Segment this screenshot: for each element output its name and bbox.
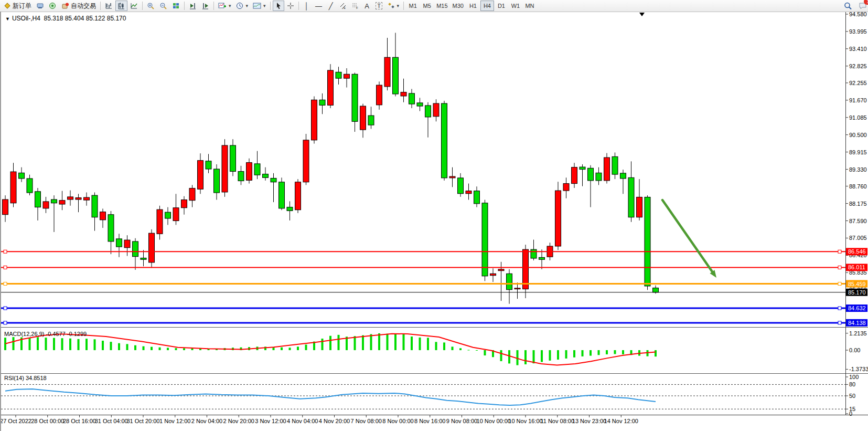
zoom-in-icon — [147, 2, 155, 9]
templates-button[interactable]: ▾ — [251, 1, 268, 11]
candle-down — [628, 177, 634, 217]
arrows-tool-button[interactable]: ▾ — [385, 1, 402, 11]
candle-up — [604, 157, 610, 181]
trendline-tool-button[interactable]: ╱ — [325, 1, 337, 11]
macd-histogram-bar — [459, 348, 462, 350]
line-handle[interactable] — [4, 266, 7, 269]
macd-histogram-bar — [549, 350, 551, 361]
auto-trading-icon — [61, 2, 69, 9]
chart-symbol-period: USOil-,H4 — [12, 15, 40, 22]
candle-up — [59, 201, 65, 204]
macd-histogram-bar — [61, 338, 63, 350]
line-handle[interactable] — [838, 250, 841, 253]
candle-down — [254, 164, 260, 175]
equidistant-channel-icon: E — [339, 2, 347, 9]
macd-histogram-bar — [582, 350, 584, 356]
text-tool-button[interactable]: A — [361, 1, 373, 11]
crosshair-icon — [287, 2, 294, 9]
macd-histogram-bar — [524, 350, 527, 364]
tf-h1-button[interactable]: H1 — [466, 1, 480, 11]
candle-down — [287, 207, 293, 211]
publish-button[interactable] — [34, 1, 46, 11]
trend-arrow-line[interactable] — [662, 200, 712, 272]
line-handle[interactable] — [4, 250, 7, 253]
fibonacci-tool-button[interactable]: F — [349, 1, 361, 11]
auto-trading-button[interactable]: 自动交易 — [59, 1, 98, 11]
candle-up — [189, 188, 195, 201]
tf-m15-button[interactable]: M15 — [434, 1, 449, 11]
line-handle[interactable] — [838, 282, 841, 286]
candle-down — [596, 173, 602, 181]
line-handle[interactable] — [838, 321, 841, 324]
macd-histogram-bar — [183, 348, 185, 350]
rsi-indicator-label: RSI(14) 34.8518 — [4, 375, 47, 381]
line-chart-button[interactable] — [128, 1, 140, 11]
chart-canvas[interactable]: 94.58093.99593.41092.82592.25591.67091.0… — [1, 12, 868, 431]
auto-scroll-button[interactable] — [187, 1, 199, 11]
macd-histogram-bar — [297, 346, 299, 350]
macd-histogram-bar — [29, 338, 31, 350]
macd-histogram-bar — [289, 348, 291, 350]
symbol-dropdown-icon[interactable]: ▼ — [5, 16, 10, 22]
tf-m5-button[interactable]: M5 — [420, 1, 434, 11]
candle-up — [498, 269, 504, 271]
vertical-line-tool-button[interactable]: │ — [301, 1, 313, 11]
line-handle[interactable] — [4, 282, 7, 286]
candlestick-chart-button[interactable] — [115, 1, 127, 11]
time-tick-label: 31 Oct 20:00 — [127, 418, 160, 424]
candle-down — [238, 172, 244, 181]
zoom-in-button[interactable] — [145, 1, 157, 11]
price-tick-label: 88.760 — [849, 183, 867, 190]
line-handle[interactable] — [838, 307, 841, 310]
tf-d1-button[interactable]: D1 — [495, 1, 508, 11]
candle-down — [279, 182, 285, 208]
tf-m1-button[interactable]: M1 — [406, 1, 420, 11]
candle-up — [312, 100, 317, 140]
time-tick-label: 10 Nov 16:00 — [508, 418, 542, 424]
horizontal-line-tool-button[interactable]: — — [313, 1, 325, 11]
zoom-out-button[interactable] — [157, 1, 169, 11]
line-handle[interactable] — [838, 266, 841, 269]
periods-button[interactable]: ▾ — [234, 1, 251, 11]
tf-m30-button[interactable]: M30 — [451, 1, 466, 11]
line-handle[interactable] — [4, 321, 7, 324]
candle-down — [214, 169, 220, 193]
indicators-button[interactable]: ▾ — [216, 1, 233, 11]
bar-chart-button[interactable] — [103, 1, 115, 11]
search-button[interactable] — [842, 1, 854, 11]
time-tick-label: 2 Nov 04:00 — [191, 418, 222, 424]
macd-histogram-bar — [126, 344, 128, 350]
crosshair-tool-button[interactable] — [285, 1, 296, 11]
bar-chart-icon — [105, 2, 113, 9]
tf-w1-button[interactable]: W1 — [509, 1, 522, 11]
text-label-tool-button[interactable]: T — [373, 1, 385, 11]
candle-down — [19, 173, 25, 178]
time-tick-label: 4 Nov 04:00 — [287, 418, 318, 424]
toolbar-separator — [270, 2, 271, 10]
periods-icon — [236, 2, 244, 9]
chart-shift-marker[interactable] — [639, 13, 645, 16]
tile-windows-button[interactable] — [170, 1, 182, 11]
notifications-button[interactable]: 1 — [856, 1, 868, 11]
price-line-label: 84.138 — [848, 320, 866, 326]
tf-mn-button[interactable]: MN — [523, 1, 537, 11]
macd-histogram-bar — [191, 349, 194, 350]
candle-down — [336, 72, 341, 78]
macd-histogram-bar — [362, 335, 364, 350]
time-tick-label: 3 Nov 12:00 — [255, 418, 286, 424]
chart-shift-button[interactable] — [199, 1, 211, 11]
price-line-label: 85.459 — [848, 281, 866, 287]
line-handle[interactable] — [4, 307, 7, 310]
cursor-tool-button[interactable] — [273, 1, 284, 11]
candle-up — [433, 103, 439, 117]
candle-down — [263, 174, 269, 178]
candle-down — [319, 100, 325, 105]
macd-tick-label: -1.3733 — [849, 366, 868, 372]
new-order-button[interactable]: 新订单 — [2, 1, 34, 11]
signals-button[interactable] — [47, 1, 59, 11]
candle-down — [409, 93, 415, 104]
channel-tool-button[interactable]: E — [337, 1, 349, 11]
tf-h4-button[interactable]: H4 — [480, 1, 494, 11]
candle-up — [401, 92, 406, 96]
candle-up — [181, 200, 187, 208]
